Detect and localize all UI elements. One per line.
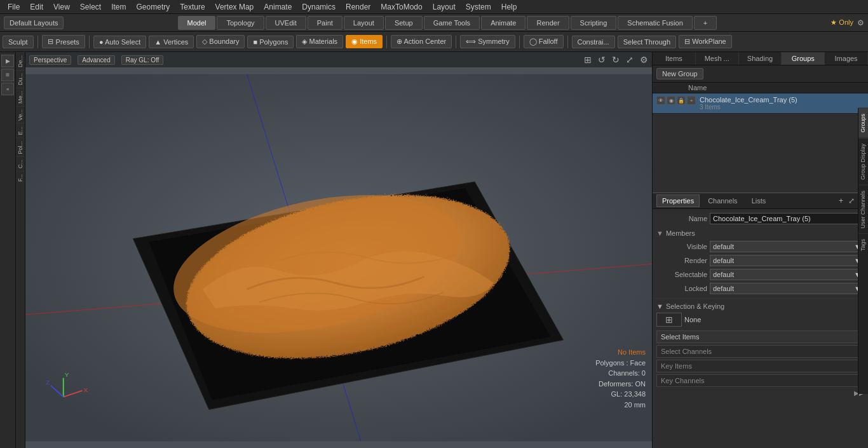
tab-schematic-fusion[interactable]: Schematic Fusion bbox=[618, 16, 692, 30]
gl-label: GL: 23,348 bbox=[595, 389, 646, 400]
label-pol[interactable]: Pol... bbox=[16, 138, 25, 157]
name-label: Name bbox=[656, 215, 707, 222]
render-select[interactable]: default▼ bbox=[710, 255, 864, 266]
tab-layout[interactable]: Layout bbox=[344, 16, 384, 30]
props-tab-channels[interactable]: Channels bbox=[702, 194, 743, 207]
rvtab-user-channels[interactable]: User Channels bbox=[858, 185, 868, 234]
label-ve[interactable]: Ve... bbox=[16, 106, 25, 123]
eye-icon[interactable]: 👁 bbox=[656, 96, 665, 105]
viewport-icon-3[interactable]: ↻ bbox=[612, 55, 620, 65]
symmetry-btn[interactable]: ⟺ Symmetry bbox=[460, 35, 515, 48]
tab-add[interactable]: + bbox=[694, 16, 717, 30]
props-tab-lists[interactable]: Lists bbox=[746, 194, 772, 207]
rvtab-tags[interactable]: Tags bbox=[858, 233, 868, 256]
advanced-btn[interactable]: Advanced bbox=[78, 55, 114, 65]
settings-icon[interactable]: ⚙ bbox=[857, 18, 864, 27]
presets-btn[interactable]: ⊟ Presets bbox=[42, 35, 85, 48]
action-center-btn[interactable]: ⊕ Action Center bbox=[391, 35, 452, 48]
tab-setup[interactable]: Setup bbox=[385, 16, 423, 30]
left-tool-1[interactable]: ▶ bbox=[1, 55, 14, 67]
workplane-btn[interactable]: ⊟ WorkPlane bbox=[679, 35, 732, 48]
label-me[interactable]: Me... bbox=[16, 88, 25, 106]
props-tab-add[interactable]: + bbox=[836, 195, 846, 207]
label-c[interactable]: C... bbox=[16, 156, 25, 171]
label-de[interactable]: De... bbox=[16, 52, 25, 70]
group-info: Chocolate_Ice_Cream_Tray (5) 3 Items bbox=[700, 96, 797, 111]
menu-layout[interactable]: Layout bbox=[428, 1, 461, 13]
sk-grid-icon[interactable]: ⊞ bbox=[656, 313, 682, 327]
group-item[interactable]: 👁 ◉ 🔒 + Chocolate_Ice_Cream_Tray (5) 3 I… bbox=[653, 93, 868, 114]
selection-keying-title[interactable]: ▼ Selection & Keying bbox=[656, 302, 864, 310]
select-through-btn[interactable]: Select Through bbox=[618, 36, 676, 48]
left-tool-2[interactable]: ⊞ bbox=[1, 69, 14, 81]
tab-model[interactable]: Model bbox=[178, 16, 216, 30]
props-tab-properties[interactable]: Properties bbox=[656, 194, 700, 207]
ray-gl-btn[interactable]: Ray GL: Off bbox=[121, 55, 164, 65]
expand-icon[interactable]: + bbox=[687, 96, 696, 105]
menu-item[interactable]: Item bbox=[106, 1, 131, 13]
tab-scripting[interactable]: Scripting bbox=[571, 16, 617, 30]
label-e[interactable]: E... bbox=[16, 123, 25, 138]
label-du[interactable]: Du... bbox=[16, 70, 25, 88]
tab-render[interactable]: Render bbox=[527, 16, 569, 30]
viewport-icon-5[interactable]: ⚙ bbox=[640, 55, 648, 65]
sculpt-btn[interactable]: Sculpt bbox=[3, 36, 34, 48]
viewport-icon-4[interactable]: ⤢ bbox=[626, 55, 634, 65]
select-channels-btn[interactable]: Select Channels bbox=[656, 345, 864, 358]
viewport[interactable]: Perspective Advanced Ray GL: Off ⊞ ↺ ↻ ⤢… bbox=[25, 52, 652, 448]
rp-tab-items[interactable]: Items bbox=[653, 52, 696, 65]
new-group-btn[interactable]: New Group bbox=[656, 68, 703, 79]
menu-animate[interactable]: Animate bbox=[259, 1, 297, 13]
name-input[interactable] bbox=[710, 213, 864, 224]
locked-select[interactable]: default▼ bbox=[710, 283, 864, 294]
rp-tab-shading[interactable]: Shading bbox=[739, 52, 782, 65]
materials-btn[interactable]: ◈ Materials bbox=[296, 35, 343, 48]
menu-system[interactable]: System bbox=[461, 1, 496, 13]
menu-texture[interactable]: Texture bbox=[175, 1, 210, 13]
menu-file[interactable]: File bbox=[3, 1, 25, 13]
menu-vertex-map[interactable]: Vertex Map bbox=[210, 1, 259, 13]
select-items-btn[interactable]: Select Items bbox=[656, 330, 864, 343]
key-items-btn[interactable]: Key Items bbox=[656, 360, 864, 372]
falloff-btn[interactable]: ◯ Falloff bbox=[524, 35, 564, 48]
viewport-icon-2[interactable]: ↺ bbox=[598, 55, 606, 65]
items-btn[interactable]: ◉ Items bbox=[346, 35, 383, 48]
key-channels-btn[interactable]: Key Channels bbox=[656, 374, 864, 387]
tab-animate[interactable]: Animate bbox=[481, 16, 526, 30]
visible-label: Visible bbox=[656, 243, 707, 250]
props-expand-icon[interactable]: ⤢ bbox=[848, 196, 855, 205]
sk-arrow: ▼ bbox=[656, 302, 663, 310]
menu-dynamics[interactable]: Dynamics bbox=[297, 1, 341, 13]
rvtab-group-display[interactable]: Group Display bbox=[858, 138, 868, 185]
tab-uvedit[interactable]: UVEdit bbox=[266, 16, 306, 30]
menu-select[interactable]: Select bbox=[75, 1, 106, 13]
rp-tab-images[interactable]: Images bbox=[825, 52, 868, 65]
menu-render[interactable]: Render bbox=[341, 1, 376, 13]
render-icon[interactable]: ◉ bbox=[667, 96, 675, 105]
polygons-btn[interactable]: ■ Polygons bbox=[247, 36, 294, 48]
boundary-btn[interactable]: ◇ Boundary bbox=[196, 35, 245, 48]
constrain-btn[interactable]: Constrai... bbox=[572, 36, 615, 48]
selectable-select[interactable]: default▼ bbox=[710, 269, 864, 280]
menu-help[interactable]: Help bbox=[496, 1, 522, 13]
tab-game-tools[interactable]: Game Tools bbox=[424, 16, 480, 30]
menu-maxtomodo[interactable]: MaxToModo bbox=[376, 1, 427, 13]
lock-icon[interactable]: 🔒 bbox=[677, 96, 686, 105]
visible-select[interactable]: default▼ bbox=[710, 241, 864, 252]
rp-tab-mesh[interactable]: Mesh ... bbox=[696, 52, 739, 65]
default-layouts-btn[interactable]: Default Layouts bbox=[4, 17, 64, 29]
rvtab-groups[interactable]: Groups bbox=[858, 108, 868, 138]
label-f[interactable]: F... bbox=[16, 171, 25, 184]
vertices-btn[interactable]: ▲ Vertices bbox=[149, 36, 194, 48]
members-section[interactable]: ▼ Members bbox=[656, 229, 864, 237]
rp-tab-groups[interactable]: Groups bbox=[782, 52, 825, 65]
viewport-icon-1[interactable]: ⊞ bbox=[584, 55, 592, 65]
menu-view[interactable]: View bbox=[48, 1, 75, 13]
menu-geometry[interactable]: Geometry bbox=[132, 1, 175, 13]
perspective-btn[interactable]: Perspective bbox=[29, 55, 71, 65]
auto-select-btn[interactable]: ● Auto Select bbox=[93, 36, 146, 48]
left-tool-3[interactable]: ≡ bbox=[1, 83, 14, 95]
tab-paint[interactable]: Paint bbox=[308, 16, 342, 30]
menu-edit[interactable]: Edit bbox=[25, 1, 48, 13]
tab-topology[interactable]: Topology bbox=[217, 16, 264, 30]
